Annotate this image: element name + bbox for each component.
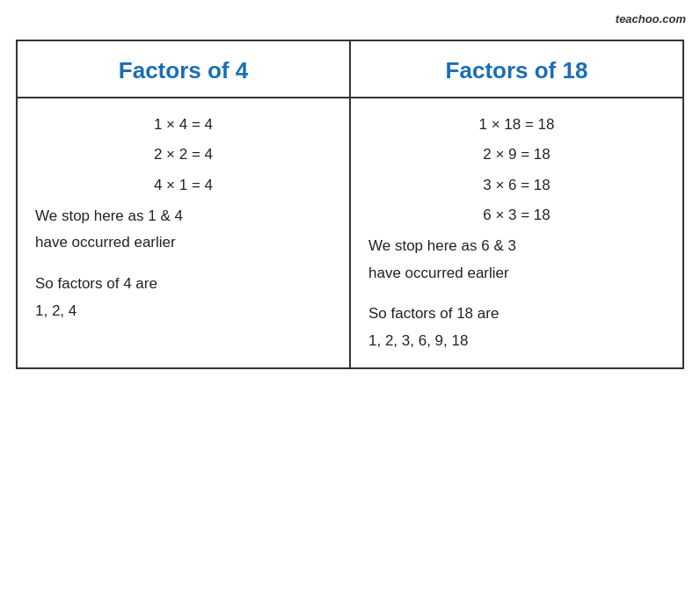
col1-eq-2: 2 × 2 = 4	[35, 141, 332, 169]
col2-result: So factors of 18 are 1, 2, 3, 6, 9, 18	[368, 301, 665, 354]
col2-eq-2: 2 × 9 = 18	[368, 141, 665, 169]
col2-eq-1: 1 × 18 = 18	[368, 111, 665, 139]
col1-eq-1: 1 × 4 = 4	[35, 111, 332, 139]
col1-result: So factors of 4 are 1, 2, 4	[35, 271, 332, 324]
factors-table: Factors of 4 Factors of 18 1 × 4 = 4 2 ×…	[16, 40, 684, 369]
col1-content: 1 × 4 = 4 2 × 2 = 4 4 × 1 = 4 We stop he…	[17, 98, 350, 368]
col1-stop-text: We stop here as 1 & 4 have occurred earl…	[35, 203, 332, 257]
col2-header: Factors of 18	[350, 40, 683, 98]
col2-eq-4: 6 × 3 = 18	[368, 201, 665, 229]
col1-eq-3: 4 × 1 = 4	[35, 171, 332, 200]
col2-eq-3: 3 × 6 = 18	[368, 171, 665, 200]
col1-header: Factors of 4	[17, 40, 350, 98]
watermark-text: teachoo.com	[616, 12, 686, 25]
col2-content: 1 × 18 = 18 2 × 9 = 18 3 × 6 = 18 6 × 3 …	[350, 98, 683, 368]
col2-stop-text: We stop here as 6 & 3 have occurred earl…	[368, 233, 665, 287]
